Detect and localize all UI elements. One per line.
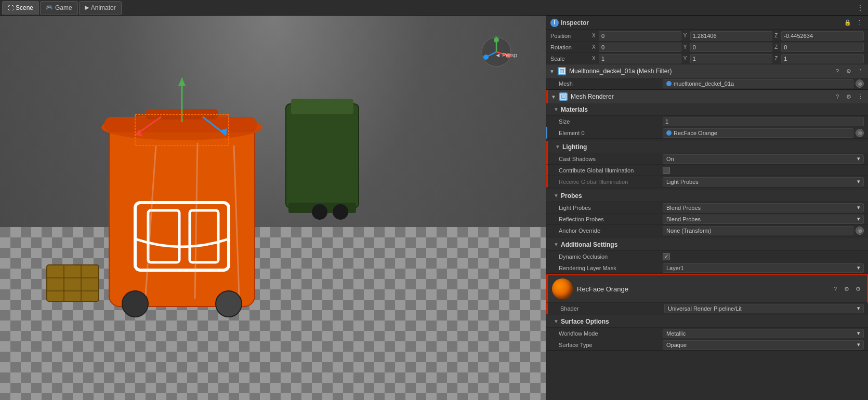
workflow-value: Metallic — [666, 330, 686, 337]
shader-dropdown[interactable]: Universal Render Pipeline/Lit ▾ — [664, 304, 864, 313]
material-preview: RecFace Orange ? ⚙ ⚙ — [546, 274, 868, 303]
cast-shadows-value-container: On ▾ — [663, 154, 864, 164]
anchor-override-field[interactable]: None (Transform) — [663, 226, 853, 235]
additional-settings-title: Additional Settings — [561, 241, 617, 248]
inspector-title: Inspector — [561, 19, 589, 26]
materials-section-header[interactable]: ▼ Materials — [546, 103, 868, 116]
position-x-input[interactable] — [599, 31, 681, 41]
scale-x-field: X — [592, 54, 681, 63]
tab-game[interactable]: 🎮 Game — [40, 1, 78, 15]
receive-gi-row: Receive Global Illumination Light Probes… — [546, 176, 868, 188]
rendering-layer-arrow: ▾ — [857, 264, 860, 271]
mesh-filter-help-icon[interactable]: ? — [833, 66, 842, 76]
light-probes-value: Blend Probes — [666, 205, 701, 211]
position-z-field: Z — [774, 31, 864, 41]
persp-arrow: ◄ — [495, 52, 501, 58]
scene-view[interactable]: Shaded ▾ 2D 💡 🔊 ✦ 👁 ⊞ ⤢ 📷 Gizmos ▾ 🔍 — [0, 16, 546, 400]
workflow-arrow: ▾ — [857, 330, 860, 337]
mesh-filter-name: Muelltonne_deckel_01a (Mesh Filter) — [569, 68, 830, 75]
rotation-y-input[interactable] — [690, 43, 773, 52]
mesh-object-dot — [666, 81, 672, 86]
mesh-object-field[interactable]: muelltonne_deckel_01a — [663, 79, 853, 88]
mesh-value-container: muelltonne_deckel_01a ◎ — [663, 79, 864, 88]
scale-z-input[interactable] — [781, 54, 864, 63]
mesh-renderer-help-icon[interactable]: ? — [833, 92, 842, 101]
rendering-layer-value-container: Layer1 ▾ — [663, 263, 864, 273]
mesh-renderer-settings-icon[interactable]: ⚙ — [844, 92, 853, 101]
dynamic-occlusion-label: Dynamic Occlusion — [559, 254, 663, 260]
reflection-probes-arrow: ▾ — [857, 216, 860, 222]
main-area: Shaded ▾ 2D 💡 🔊 ✦ 👁 ⊞ ⤢ 📷 Gizmos ▾ 🔍 — [0, 16, 868, 400]
mesh-filter-header[interactable]: ▼ Muelltonne_deckel_01a (Mesh Filter) ? … — [546, 64, 868, 78]
rendering-layer-label: Rendering Layer Mask — [559, 265, 663, 271]
material-help-icon[interactable]: ? — [831, 284, 840, 294]
cast-shadows-dropdown[interactable]: On ▾ — [663, 154, 864, 164]
light-probes-dropdown[interactable]: Blend Probes ▾ — [663, 203, 864, 212]
svg-rect-11 — [109, 125, 255, 306]
reflection-probes-value-container: Blend Probes ▾ — [663, 215, 864, 224]
contribute-gi-checkbox[interactable] — [663, 167, 670, 174]
anchor-override-select-btn[interactable]: ◎ — [856, 226, 864, 235]
size-input[interactable] — [663, 117, 864, 126]
persp-label[interactable]: ◄ Persp — [495, 52, 517, 58]
tab-scene[interactable]: ⛶ Scene — [2, 1, 39, 15]
reflection-probes-value: Blend Probes — [666, 216, 701, 222]
mesh-filter-menu-icon[interactable]: ⋮ — [856, 66, 865, 76]
shader-row: Shader Universal Render Pipeline/Lit ▾ — [546, 303, 868, 314]
material-gear-icon[interactable]: ⚙ — [853, 284, 863, 294]
mesh-filter-actions: ? ⚙ ⋮ — [833, 66, 865, 76]
tab-scene-label: Scene — [16, 4, 33, 11]
surface-options-header[interactable]: ▼ Surface Options — [546, 315, 868, 328]
element0-select-btn[interactable]: ◎ — [856, 129, 864, 137]
lock-icon[interactable]: 🔒 — [843, 18, 852, 28]
scale-y-input[interactable] — [690, 54, 773, 63]
light-probes-value-container: Blend Probes ▾ — [663, 203, 864, 212]
position-row: Position X Y Z — [546, 30, 868, 42]
mesh-renderer-menu-icon[interactable]: ⋮ — [856, 92, 865, 101]
rotation-z-input[interactable] — [781, 43, 864, 52]
contribute-gi-value-container — [663, 167, 864, 174]
y-axis-label: Y — [683, 33, 689, 38]
additional-settings-header[interactable]: ▼ Additional Settings — [546, 238, 868, 251]
svg-text:Z: Z — [484, 55, 487, 60]
mesh-renderer-actions: ? ⚙ ⋮ — [833, 92, 865, 101]
mesh-select-btn[interactable]: ◎ — [856, 79, 864, 88]
lighting-collapse-arrow: ▼ — [555, 144, 560, 150]
animator-icon: ▶ — [85, 4, 89, 11]
reflection-probes-dropdown[interactable]: Blend Probes ▾ — [663, 215, 864, 224]
lighting-section-header[interactable]: ▼ Lighting — [546, 141, 868, 153]
mesh-renderer-icon — [559, 92, 568, 101]
tab-menu-button[interactable]: ⋮ — [854, 2, 866, 14]
lighting-section-title: Lighting — [562, 143, 587, 151]
mesh-renderer-header[interactable]: ▼ Mesh Renderer ? ⚙ ⋮ — [546, 90, 868, 103]
inspector-header: i Inspector 🔒 ⋮ — [546, 16, 868, 30]
svg-point-22 — [216, 291, 242, 317]
rotation-x-input[interactable] — [599, 43, 681, 52]
dynamic-occlusion-row: Dynamic Occlusion — [546, 251, 868, 262]
surface-type-dropdown[interactable]: Opaque ▾ — [663, 340, 864, 350]
tab-animator[interactable]: ▶ Animator — [79, 1, 122, 15]
z-axis-label: Z — [774, 33, 780, 38]
receive-gi-dropdown[interactable]: Light Probes ▾ — [663, 177, 864, 186]
position-y-input[interactable] — [690, 31, 773, 41]
workflow-dropdown[interactable]: Metallic ▾ — [663, 329, 864, 338]
mesh-filter-settings-icon[interactable]: ⚙ — [844, 66, 853, 76]
position-z-input[interactable] — [781, 31, 864, 41]
element0-field[interactable]: RecFace Orange — [663, 128, 853, 138]
mesh-filter-collapse-arrow: ▼ — [549, 69, 555, 74]
shader-arrow: ▾ — [857, 305, 860, 312]
dynamic-occlusion-checkbox[interactable] — [663, 253, 670, 260]
material-settings-icon[interactable]: ⚙ — [842, 284, 851, 294]
probes-section-header[interactable]: ▼ Probes — [546, 190, 868, 202]
tab-game-label: Game — [55, 4, 72, 11]
mesh-renderer-collapse-arrow: ▼ — [551, 94, 556, 100]
rotation-row: Rotation X Y Z — [546, 42, 868, 53]
size-row: Size — [546, 116, 868, 127]
scale-x-input[interactable] — [599, 54, 681, 63]
svg-point-10 — [333, 204, 348, 220]
rendering-layer-dropdown[interactable]: Layer1 ▾ — [663, 263, 864, 273]
inspector-options-icon[interactable]: ⋮ — [854, 18, 864, 28]
material-name: RecFace Orange — [577, 285, 628, 293]
rendering-layer-row: Rendering Layer Mask Layer1 ▾ — [546, 262, 868, 274]
anchor-override-label: Anchor Override — [559, 228, 663, 234]
